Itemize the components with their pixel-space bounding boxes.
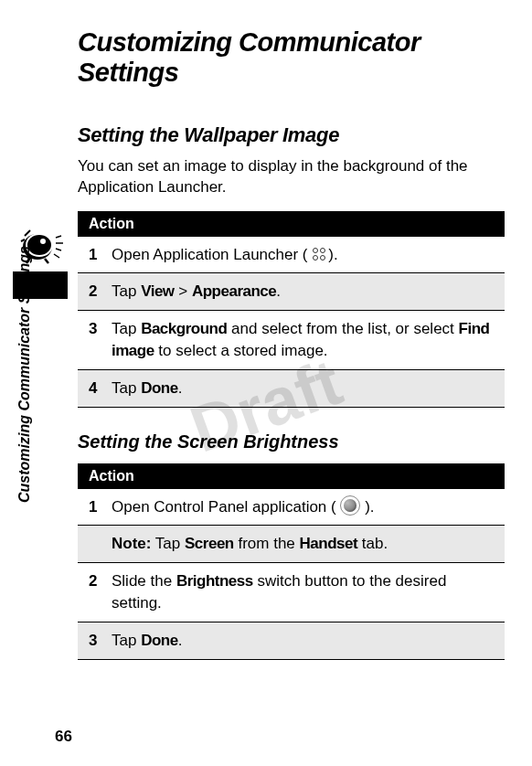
step-number: 3 [89, 318, 112, 340]
section-brightness-title: Setting the Screen Brightness [78, 431, 505, 452]
side-running-header: Customizing Communicator Settings [16, 246, 33, 503]
step-text: Slide the Brightness switch button to th… [112, 570, 494, 614]
section-wallpaper-title: Setting the Wallpaper Image [78, 123, 505, 147]
step-number: 1 [89, 244, 112, 266]
section-wallpaper-intro: You can set an image to display in the b… [78, 156, 505, 198]
action-step: 1 Open Application Launcher ( ). [78, 237, 505, 274]
action-step: 2 Slide the Brightness switch button to … [78, 563, 505, 622]
page-title: Customizing Communicator Settings [78, 27, 505, 89]
step-text: Tap View > Appearance. [112, 281, 494, 303]
svg-point-3 [40, 239, 46, 244]
action-step: 3 Tap Background and select from the lis… [78, 311, 505, 370]
action-header: Action [78, 211, 505, 237]
step-number: 2 [89, 281, 112, 303]
action-step: 1 Open Control Panel application ( ). [78, 489, 505, 527]
action-step: 3 Tap Done. [78, 622, 505, 660]
step-text: Tap Background and select from the list,… [112, 318, 494, 362]
action-step: 4 Tap Done. [78, 370, 505, 408]
step-text: Tap Done. [112, 378, 494, 399]
action-step: 2 Tap View > Appearance. [78, 273, 505, 311]
main-content: Customizing Communicator Settings Settin… [78, 27, 505, 660]
step-number: 3 [89, 630, 112, 652]
action-note: Note: Tap Screen from the Handset tab. [78, 526, 505, 563]
control-panel-gear-icon [340, 495, 360, 516]
step-number: 4 [89, 378, 112, 399]
step-text: Open Application Launcher ( ). [112, 244, 494, 266]
app-launcher-icon [312, 248, 328, 261]
page-number: 66 [55, 728, 72, 746]
step-number: 2 [89, 570, 112, 592]
step-text: Open Control Panel application ( ). [112, 496, 494, 518]
step-text: Tap Done. [112, 630, 494, 652]
step-number: 1 [89, 496, 112, 518]
action-header: Action [78, 463, 505, 489]
step-text: Note: Tap Screen from the Handset tab. [112, 533, 494, 555]
